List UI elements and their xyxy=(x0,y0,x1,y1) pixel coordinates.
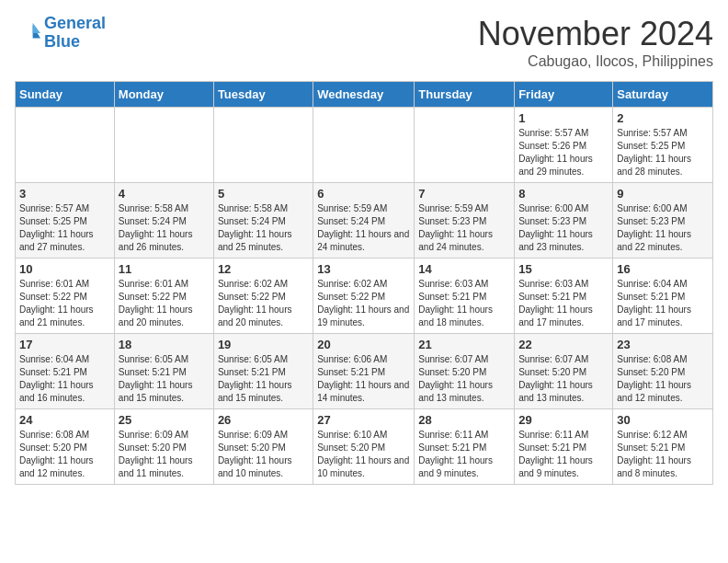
day-number: 20 xyxy=(317,338,410,351)
day-number: 3 xyxy=(19,187,110,201)
day-number: 21 xyxy=(418,338,510,351)
weekday-header: Thursday xyxy=(415,82,515,108)
day-info: Sunrise: 6:03 AM Sunset: 5:21 PM Dayligh… xyxy=(518,278,609,329)
day-number: 14 xyxy=(418,262,510,276)
day-info: Sunrise: 6:01 AM Sunset: 5:22 PM Dayligh… xyxy=(119,278,210,329)
calendar-cell: 6Sunrise: 5:59 AM Sunset: 5:24 PM Daylig… xyxy=(313,183,415,259)
calendar-cell: 5Sunrise: 5:58 AM Sunset: 5:24 PM Daylig… xyxy=(213,183,313,259)
calendar-cell: 14Sunrise: 6:03 AM Sunset: 5:21 PM Dayli… xyxy=(415,259,515,334)
day-number: 22 xyxy=(518,338,609,351)
calendar-cell: 15Sunrise: 6:03 AM Sunset: 5:21 PM Dayli… xyxy=(515,259,613,334)
calendar-week-row: 10Sunrise: 6:01 AM Sunset: 5:22 PM Dayli… xyxy=(16,259,713,334)
calendar-cell: 13Sunrise: 6:02 AM Sunset: 5:22 PM Dayli… xyxy=(313,259,415,334)
day-number: 10 xyxy=(19,262,110,276)
month-title: November 2024 xyxy=(478,15,713,53)
weekday-header: Sunday xyxy=(16,82,115,108)
day-info: Sunrise: 5:57 AM Sunset: 5:26 PM Dayligh… xyxy=(518,127,609,178)
calendar-cell: 7Sunrise: 5:59 AM Sunset: 5:23 PM Daylig… xyxy=(415,183,515,259)
day-info: Sunrise: 6:10 AM Sunset: 5:20 PM Dayligh… xyxy=(317,429,410,480)
calendar-cell: 8Sunrise: 6:00 AM Sunset: 5:23 PM Daylig… xyxy=(515,183,613,259)
day-info: Sunrise: 5:58 AM Sunset: 5:24 PM Dayligh… xyxy=(218,202,309,254)
day-number: 12 xyxy=(218,262,309,276)
calendar-cell xyxy=(16,108,115,183)
calendar-cell: 27Sunrise: 6:10 AM Sunset: 5:20 PM Dayli… xyxy=(313,409,415,485)
title-block: November 2024 Cabugao, Ilocos, Philippin… xyxy=(478,15,713,70)
logo: General Blue xyxy=(15,15,106,52)
day-number: 6 xyxy=(317,187,410,201)
day-info: Sunrise: 6:07 AM Sunset: 5:20 PM Dayligh… xyxy=(418,353,510,405)
calendar-cell: 26Sunrise: 6:09 AM Sunset: 5:20 PM Dayli… xyxy=(213,409,313,485)
day-number: 29 xyxy=(518,413,609,427)
calendar-cell xyxy=(313,108,415,183)
logo-text: General Blue xyxy=(44,15,106,52)
calendar-cell: 29Sunrise: 6:11 AM Sunset: 5:21 PM Dayli… xyxy=(515,409,613,485)
day-number: 9 xyxy=(617,187,709,201)
location: Cabugao, Ilocos, Philippines xyxy=(478,53,713,70)
weekday-header: Friday xyxy=(515,82,613,108)
day-number: 15 xyxy=(518,262,609,276)
day-info: Sunrise: 5:59 AM Sunset: 5:23 PM Dayligh… xyxy=(418,202,510,254)
day-info: Sunrise: 6:06 AM Sunset: 5:21 PM Dayligh… xyxy=(317,353,410,405)
calendar-cell: 12Sunrise: 6:02 AM Sunset: 5:22 PM Dayli… xyxy=(213,259,313,334)
calendar-cell xyxy=(114,108,213,183)
calendar-cell: 18Sunrise: 6:05 AM Sunset: 5:21 PM Dayli… xyxy=(114,334,213,409)
day-number: 5 xyxy=(218,187,309,201)
day-info: Sunrise: 6:11 AM Sunset: 5:21 PM Dayligh… xyxy=(418,429,510,480)
calendar-cell: 24Sunrise: 6:08 AM Sunset: 5:20 PM Dayli… xyxy=(16,409,115,485)
day-number: 30 xyxy=(617,413,709,427)
weekday-header: Tuesday xyxy=(213,82,313,108)
calendar-cell: 30Sunrise: 6:12 AM Sunset: 5:21 PM Dayli… xyxy=(613,409,713,485)
logo-icon xyxy=(15,20,40,46)
calendar-header: SundayMondayTuesdayWednesdayThursdayFrid… xyxy=(16,82,713,108)
day-number: 13 xyxy=(317,262,410,276)
calendar-cell: 16Sunrise: 6:04 AM Sunset: 5:21 PM Dayli… xyxy=(613,259,713,334)
day-info: Sunrise: 6:00 AM Sunset: 5:23 PM Dayligh… xyxy=(617,202,709,254)
calendar-cell: 22Sunrise: 6:07 AM Sunset: 5:20 PM Dayli… xyxy=(515,334,613,409)
day-info: Sunrise: 5:57 AM Sunset: 5:25 PM Dayligh… xyxy=(617,127,709,178)
day-number: 16 xyxy=(617,262,709,276)
calendar-cell xyxy=(213,108,313,183)
day-info: Sunrise: 6:09 AM Sunset: 5:20 PM Dayligh… xyxy=(218,429,309,480)
day-number: 28 xyxy=(418,413,510,427)
day-number: 2 xyxy=(617,111,709,125)
day-info: Sunrise: 5:58 AM Sunset: 5:24 PM Dayligh… xyxy=(119,202,210,254)
calendar-cell: 10Sunrise: 6:01 AM Sunset: 5:22 PM Dayli… xyxy=(16,259,115,334)
day-number: 18 xyxy=(119,338,210,351)
day-number: 26 xyxy=(218,413,309,427)
calendar-table: SundayMondayTuesdayWednesdayThursdayFrid… xyxy=(15,81,713,485)
svg-marker-2 xyxy=(33,23,40,33)
weekday-header: Monday xyxy=(114,82,213,108)
day-number: 24 xyxy=(19,413,110,427)
calendar-week-row: 1Sunrise: 5:57 AM Sunset: 5:26 PM Daylig… xyxy=(16,108,713,183)
calendar-week-row: 24Sunrise: 6:08 AM Sunset: 5:20 PM Dayli… xyxy=(16,409,713,485)
day-number: 23 xyxy=(617,338,709,351)
day-number: 8 xyxy=(518,187,609,201)
day-info: Sunrise: 6:00 AM Sunset: 5:23 PM Dayligh… xyxy=(518,202,609,254)
day-info: Sunrise: 6:02 AM Sunset: 5:22 PM Dayligh… xyxy=(317,278,410,329)
calendar-cell: 2Sunrise: 5:57 AM Sunset: 5:25 PM Daylig… xyxy=(613,108,713,183)
day-number: 17 xyxy=(19,338,110,351)
day-info: Sunrise: 6:03 AM Sunset: 5:21 PM Dayligh… xyxy=(418,278,510,329)
day-info: Sunrise: 6:08 AM Sunset: 5:20 PM Dayligh… xyxy=(617,353,709,405)
day-info: Sunrise: 6:08 AM Sunset: 5:20 PM Dayligh… xyxy=(19,429,110,480)
day-number: 19 xyxy=(218,338,309,351)
calendar-cell: 21Sunrise: 6:07 AM Sunset: 5:20 PM Dayli… xyxy=(415,334,515,409)
day-info: Sunrise: 6:11 AM Sunset: 5:21 PM Dayligh… xyxy=(518,429,609,480)
calendar-cell: 4Sunrise: 5:58 AM Sunset: 5:24 PM Daylig… xyxy=(114,183,213,259)
day-info: Sunrise: 5:57 AM Sunset: 5:25 PM Dayligh… xyxy=(19,202,110,254)
weekday-header-row: SundayMondayTuesdayWednesdayThursdayFrid… xyxy=(16,82,713,108)
day-number: 11 xyxy=(119,262,210,276)
day-info: Sunrise: 5:59 AM Sunset: 5:24 PM Dayligh… xyxy=(317,202,410,254)
calendar-cell: 19Sunrise: 6:05 AM Sunset: 5:21 PM Dayli… xyxy=(213,334,313,409)
day-info: Sunrise: 6:07 AM Sunset: 5:20 PM Dayligh… xyxy=(518,353,609,405)
day-info: Sunrise: 6:04 AM Sunset: 5:21 PM Dayligh… xyxy=(19,353,110,405)
day-number: 7 xyxy=(418,187,510,201)
day-info: Sunrise: 6:01 AM Sunset: 5:22 PM Dayligh… xyxy=(19,278,110,329)
day-info: Sunrise: 6:05 AM Sunset: 5:21 PM Dayligh… xyxy=(218,353,309,405)
calendar-week-row: 17Sunrise: 6:04 AM Sunset: 5:21 PM Dayli… xyxy=(16,334,713,409)
calendar-cell: 3Sunrise: 5:57 AM Sunset: 5:25 PM Daylig… xyxy=(16,183,115,259)
calendar-cell xyxy=(415,108,515,183)
weekday-header: Wednesday xyxy=(313,82,415,108)
day-number: 25 xyxy=(119,413,210,427)
day-info: Sunrise: 6:09 AM Sunset: 5:20 PM Dayligh… xyxy=(119,429,210,480)
